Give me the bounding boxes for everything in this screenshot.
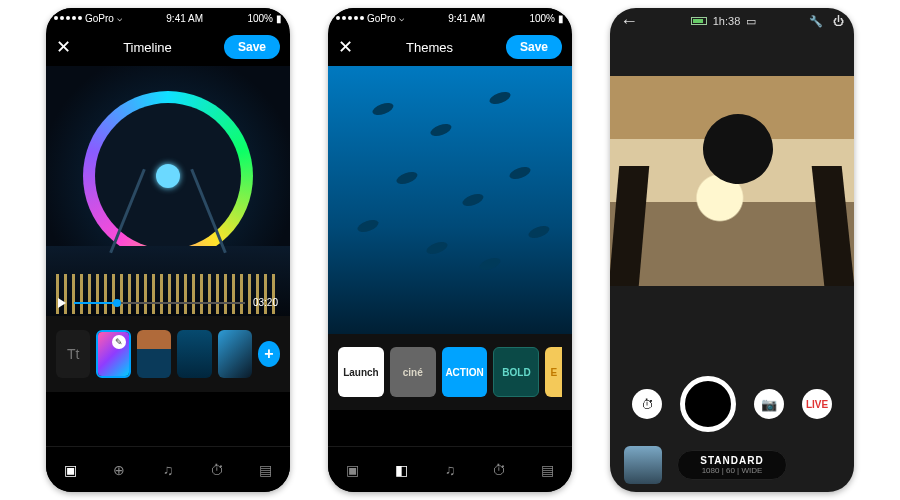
camera-controls: ⏱ 📷 LIVE (610, 366, 854, 438)
scrubber-track[interactable] (74, 302, 245, 304)
battery-label: 100% (247, 13, 273, 24)
sd-icon: ▭ (746, 15, 756, 28)
battery-icon: ▮ (558, 13, 564, 24)
last-capture-thumb[interactable] (624, 446, 662, 484)
battery-label: 100% (529, 13, 555, 24)
theme-preview[interactable] (328, 66, 572, 334)
layout-icon[interactable]: ▤ (538, 460, 558, 480)
add-clip-icon[interactable]: ⊕ (109, 460, 129, 480)
video-preview[interactable]: 03:20 (46, 66, 290, 316)
clip-thumb[interactable] (137, 330, 171, 378)
clip-thumb-selected[interactable]: ✎ (96, 330, 131, 378)
theme-launch[interactable]: Launch (338, 347, 384, 397)
clips-icon[interactable]: ▣ (342, 460, 362, 480)
clip-thumb[interactable] (218, 330, 252, 378)
photo-button[interactable]: 📷 (754, 389, 784, 419)
page-title: Timeline (123, 40, 172, 55)
editor-header: ✕ Timeline Save (46, 28, 290, 66)
mode-selector[interactable]: STANDARD 1080 | 60 | WIDE (677, 450, 786, 480)
clip-strip: Tt ✎ + (46, 316, 290, 392)
signal-icon (336, 16, 364, 20)
speed-icon[interactable]: ⏱ (489, 460, 509, 480)
save-button[interactable]: Save (506, 35, 562, 59)
theme-action[interactable]: ACTION (442, 347, 488, 397)
battery-icon: ▮ (276, 13, 282, 24)
theme-elite[interactable]: E (545, 347, 562, 397)
battery-icon (691, 17, 707, 25)
timer-button[interactable]: ⏱ (632, 389, 662, 419)
theme-strip: Launch ciné ACTION BOLD E (328, 334, 572, 410)
signal-icon (54, 16, 82, 20)
duration-label: 03:20 (253, 297, 278, 308)
editor-bottom-nav: ▣ ◧ ♫ ⏱ ▤ (328, 446, 572, 492)
page-title: Themes (406, 40, 453, 55)
phone-themes: GoPro ⌵ 9:41 AM 100% ▮ ✕ Themes Save Lau… (328, 8, 572, 492)
phone-camera: ← 1h:38 ▭ 🔧 ⏻ ⏱ 📷 LIVE STANDARD 1080 | 6… (610, 8, 854, 492)
speed-icon[interactable]: ⏱ (207, 460, 227, 480)
wifi-icon: ⌵ (117, 13, 122, 23)
mode-name: STANDARD (700, 455, 763, 466)
settings-icon[interactable]: 🔧 (809, 15, 823, 28)
add-text-button[interactable]: Tt (56, 330, 90, 378)
back-icon[interactable]: ← (620, 11, 638, 32)
status-bar: GoPro ⌵ 9:41 AM 100% ▮ (328, 8, 572, 28)
carrier-label: GoPro (85, 13, 114, 24)
theme-cine[interactable]: ciné (390, 347, 436, 397)
wifi-icon: ⌵ (399, 13, 404, 23)
playback-bar[interactable]: 03:20 (58, 297, 278, 308)
clips-icon[interactable]: ▣ (60, 460, 80, 480)
theme-bold[interactable]: BOLD (493, 347, 539, 397)
camera-viewfinder[interactable] (610, 76, 854, 286)
music-icon[interactable]: ♫ (158, 460, 178, 480)
camera-footer: STANDARD 1080 | 60 | WIDE (610, 438, 854, 492)
clip-thumb[interactable] (177, 330, 211, 378)
camera-status-bar: ← 1h:38 ▭ 🔧 ⏻ (610, 8, 854, 34)
recording-time: 1h:38 (713, 15, 741, 27)
mode-detail: 1080 | 60 | WIDE (700, 466, 763, 475)
edit-icon[interactable]: ✎ (112, 335, 126, 349)
clock-label: 9:41 AM (166, 13, 203, 24)
editor-bottom-nav: ▣ ⊕ ♫ ⏱ ▤ (46, 446, 290, 492)
music-icon[interactable]: ♫ (440, 460, 460, 480)
phone-timeline: GoPro ⌵ 9:41 AM 100% ▮ ✕ Timeline Save 0… (46, 8, 290, 492)
save-button[interactable]: Save (224, 35, 280, 59)
editor-header: ✕ Themes Save (328, 28, 572, 66)
shutter-button[interactable] (680, 376, 736, 432)
layout-icon[interactable]: ▤ (256, 460, 276, 480)
status-bar: GoPro ⌵ 9:41 AM 100% ▮ (46, 8, 290, 28)
power-icon[interactable]: ⏻ (833, 15, 844, 28)
close-icon[interactable]: ✕ (56, 36, 71, 58)
add-clip-icon[interactable]: ◧ (391, 460, 411, 480)
play-icon[interactable] (58, 298, 66, 308)
close-icon[interactable]: ✕ (338, 36, 353, 58)
live-button[interactable]: LIVE (802, 389, 832, 419)
carrier-label: GoPro (367, 13, 396, 24)
clock-label: 9:41 AM (448, 13, 485, 24)
add-clip-button[interactable]: + (258, 341, 280, 367)
